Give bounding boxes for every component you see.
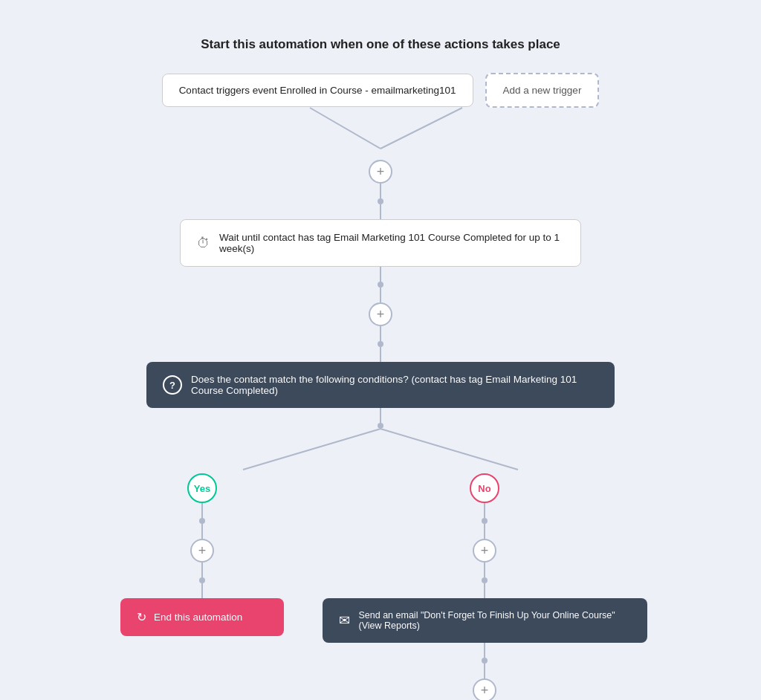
refresh-icon-left: ↻: [137, 610, 146, 624]
plus-circle-yes[interactable]: +: [190, 539, 214, 563]
svg-line-0: [310, 108, 380, 149]
end-automation-left[interactable]: ↻ End this automation: [120, 598, 284, 636]
svg-line-1: [380, 108, 462, 149]
dot-1: [378, 198, 383, 204]
yes-connector-4: [201, 583, 203, 598]
page-title: Start this automation when one of these …: [201, 37, 560, 52]
add-trigger-box[interactable]: Add a new trigger: [485, 73, 600, 108]
yes-connector-2: [201, 524, 203, 539]
yes-circle: Yes: [187, 473, 217, 503]
yes-connector-3: [201, 563, 203, 577]
dot-2: [378, 282, 383, 288]
no-dot-3: [482, 658, 488, 664]
wait-action-box[interactable]: ⏱ Wait until contact has tag Email Marke…: [180, 219, 581, 267]
connector-1: [380, 184, 381, 198]
plus-circle-no-2[interactable]: +: [473, 678, 496, 700]
no-connector-2: [484, 524, 485, 539]
no-connector-6: [484, 664, 485, 678]
trigger-1-box[interactable]: Contact triggers event Enrolled in Cours…: [162, 74, 473, 107]
connector-4: [380, 288, 381, 302]
yes-dot-2: [199, 577, 205, 583]
converge-lines: [180, 108, 581, 160]
plus-circle-1[interactable]: +: [369, 160, 392, 184]
yes-connector-1: [201, 503, 203, 518]
no-circle: No: [470, 473, 499, 503]
connector-3: [380, 267, 381, 282]
question-icon: ?: [163, 375, 182, 395]
no-connector-5: [484, 643, 485, 658]
svg-line-3: [380, 429, 518, 470]
plus-circle-2[interactable]: +: [369, 302, 392, 326]
connector-6: [380, 347, 381, 362]
condition-box[interactable]: ? Does the contact match the following c…: [146, 362, 615, 408]
no-connector-3: [484, 563, 485, 577]
branch-diverge: [120, 429, 641, 473]
automation-canvas: Start this automation when one of these …: [15, 15, 746, 700]
yes-branch: Yes + ↻ End this automation: [120, 473, 299, 636]
email-action-box[interactable]: ✉ Send an email "Don't Forget To Finish …: [323, 598, 647, 643]
no-branch: No + ✉ Send an email "Don't Forget To Fi…: [299, 473, 655, 700]
no-dot-1: [482, 518, 488, 524]
no-connector-4: [484, 583, 485, 598]
trigger-row: Contact triggers event Enrolled in Cours…: [162, 73, 600, 108]
no-dot-2: [482, 577, 488, 583]
connector-2: [380, 204, 381, 219]
yes-dot-1: [199, 518, 205, 524]
branches-container: Yes + ↻ End this automation No: [120, 473, 641, 700]
email-icon: ✉: [339, 612, 350, 629]
connector-7: [380, 408, 381, 423]
connector-5: [380, 326, 381, 341]
dot-4: [378, 423, 383, 429]
dot-3: [378, 341, 383, 347]
clock-icon: ⏱: [197, 236, 210, 251]
plus-circle-no[interactable]: +: [473, 539, 496, 563]
no-connector-1: [484, 503, 485, 518]
svg-line-2: [243, 429, 380, 470]
